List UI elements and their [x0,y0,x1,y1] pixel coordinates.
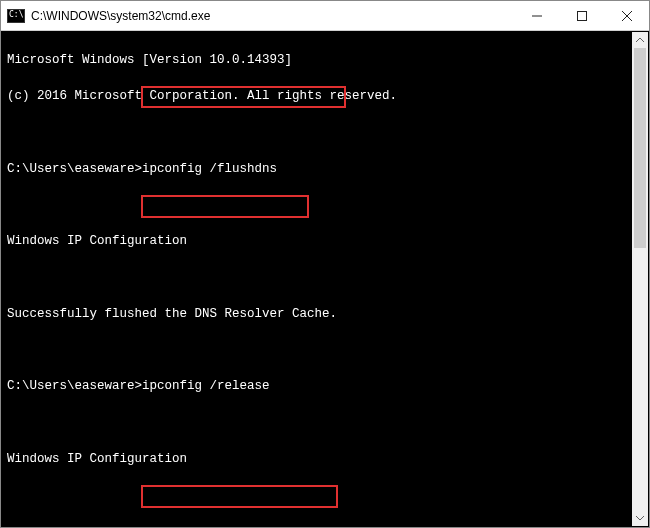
banner-line: Microsoft Windows [Version 10.0.14393] [7,51,643,69]
blank-line [7,522,643,527]
ipconfig-header: Windows IP Configuration [7,450,643,468]
minimize-icon [532,11,542,21]
scroll-up-button[interactable] [632,32,648,48]
ipconfig-header: Windows IP Configuration [7,232,643,250]
prompt-line: C:\Users\easeware>ipconfig /release [7,377,643,395]
vertical-scrollbar[interactable] [632,32,648,526]
command-1: ipconfig /flushdns [142,162,277,176]
cmd-icon [7,9,25,23]
blank-line [7,269,643,287]
terminal-area[interactable]: Microsoft Windows [Version 10.0.14393] (… [1,31,649,527]
prompt: C:\Users\easeware> [7,162,142,176]
flush-success: Successfully flushed the DNS Resolver Ca… [7,305,643,323]
blank-line [7,414,643,432]
chevron-up-icon [636,36,644,44]
close-button[interactable] [604,1,649,30]
blank-line [7,124,643,142]
maximize-icon [577,11,587,21]
scroll-thumb[interactable] [634,48,646,248]
blank-line [7,486,643,504]
scroll-down-button[interactable] [632,510,648,526]
titlebar[interactable]: C:\WINDOWS\system32\cmd.exe [1,1,649,31]
window-title: C:\WINDOWS\system32\cmd.exe [31,9,514,23]
maximize-button[interactable] [559,1,604,30]
chevron-down-icon [636,514,644,522]
prompt: C:\Users\easeware> [7,379,142,393]
banner-line: (c) 2016 Microsoft Corporation. All righ… [7,87,643,105]
window-controls [514,1,649,30]
scroll-track[interactable] [632,48,648,510]
svg-rect-0 [577,11,586,20]
blank-line [7,341,643,359]
blank-line [7,196,643,214]
prompt-line: C:\Users\easeware>ipconfig /flushdns [7,160,643,178]
minimize-button[interactable] [514,1,559,30]
cmd-window: C:\WINDOWS\system32\cmd.exe Microsoft Wi… [0,0,650,528]
command-2: ipconfig /release [142,379,270,393]
close-icon [622,11,632,21]
